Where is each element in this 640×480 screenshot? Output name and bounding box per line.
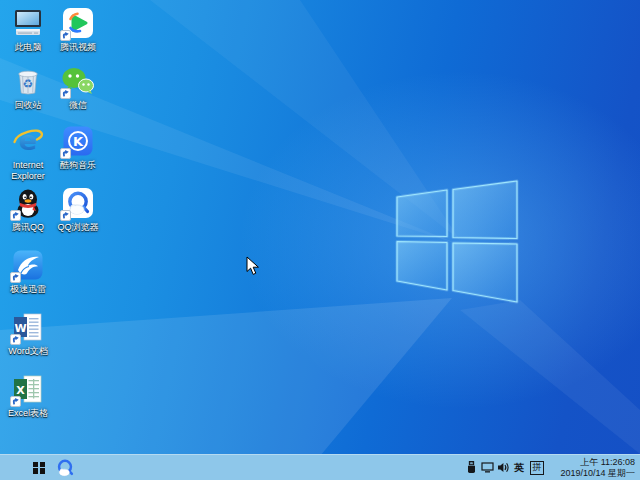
language-indicator[interactable]: 英 <box>511 461 527 475</box>
desktop-icon-label: Internet Explorer <box>0 160 56 182</box>
mouse-cursor <box>246 256 260 276</box>
thunder-icon <box>11 248 45 282</box>
shortcut-arrow-icon <box>10 334 21 345</box>
desktop-icon-label: 此电脑 <box>15 42 42 53</box>
clock-date: 2019/10/14 星期一 <box>548 468 635 479</box>
desktop-icon-label: 腾讯视频 <box>60 42 96 53</box>
recycle-bin-icon: ♻ <box>11 64 45 98</box>
desktop-icon-label: QQ浏览器 <box>57 222 98 233</box>
internet-explorer-icon: e <box>11 124 45 158</box>
svg-text:X: X <box>16 384 25 397</box>
shortcut-arrow-icon <box>60 88 71 99</box>
shortcut-arrow-icon <box>60 30 71 41</box>
desktop-icon-label: 极速迅雷 <box>10 284 46 295</box>
windows-logo-wallpaper <box>390 175 525 310</box>
start-button[interactable] <box>27 455 51 480</box>
svg-text:♻: ♻ <box>23 77 34 91</box>
desktop-icon-recycle-bin[interactable]: ♻ 回收站 <box>0 64 56 111</box>
desktop-icon-label: 腾讯QQ <box>12 222 44 233</box>
svg-text:K: K <box>73 134 84 149</box>
shortcut-arrow-icon <box>10 210 21 221</box>
shortcut-arrow-icon <box>60 148 71 159</box>
desktop-icon-internet-explorer[interactable]: e Internet Explorer <box>0 124 56 182</box>
taskbar: 英 拼 上午 11:26:08 2019/10/14 星期一 <box>0 454 640 480</box>
ime-mode-indicator[interactable]: 拼 <box>530 461 544 475</box>
shortcut-arrow-icon <box>10 272 21 283</box>
taskbar-qq-browser-button[interactable] <box>51 455 79 480</box>
desktop-icon-label: 微信 <box>69 100 87 111</box>
shortcut-arrow-icon <box>60 210 71 221</box>
volume-icon[interactable] <box>495 455 511 480</box>
desktop-icon-label: 酷狗音乐 <box>60 160 96 171</box>
desktop-icon-wechat[interactable]: 微信 <box>50 64 106 111</box>
taskbar-clock[interactable]: 上午 11:26:08 2019/10/14 星期一 <box>548 457 640 478</box>
desktop-icon-tencent-qq[interactable]: 腾讯QQ <box>0 186 56 233</box>
tencent-qq-icon <box>11 186 45 220</box>
kugou-music-icon: K <box>61 124 95 158</box>
shortcut-arrow-icon <box>10 396 21 407</box>
desktop-icon-label: 回收站 <box>15 100 42 111</box>
windows-start-icon <box>33 462 45 474</box>
usb-icon[interactable] <box>463 455 479 480</box>
desktop-icon-word[interactable]: W Word文档 <box>0 310 56 357</box>
desktop-icon-label: Word文档 <box>8 346 47 357</box>
tencent-video-icon <box>61 6 95 40</box>
qq-browser-icon <box>55 458 75 478</box>
system-tray: 英 拼 上午 11:26:08 2019/10/14 星期一 <box>463 455 640 480</box>
desktop-icon-kugou-music[interactable]: K 酷狗音乐 <box>50 124 106 171</box>
desktop-icon-tencent-video[interactable]: 腾讯视频 <box>50 6 106 53</box>
desktop-icon-thunder[interactable]: 极速迅雷 <box>0 248 56 295</box>
svg-text:W: W <box>14 322 26 335</box>
clock-time: 上午 11:26:08 <box>548 457 635 468</box>
network-icon[interactable] <box>479 455 495 480</box>
qq-browser-icon <box>61 186 95 220</box>
wechat-icon <box>61 64 95 98</box>
desktop-icon-label: Excel表格 <box>8 408 48 419</box>
desktop-icon-qq-browser[interactable]: QQ浏览器 <box>50 186 106 233</box>
word-icon: W <box>11 310 45 344</box>
this-pc-icon <box>11 6 45 40</box>
desktop-icon-excel[interactable]: X Excel表格 <box>0 372 56 419</box>
desktop-icon-this-pc[interactable]: 此电脑 <box>0 6 56 53</box>
desktop[interactable]: 此电脑 腾讯视频 ♻ 回收站 <box>0 0 640 480</box>
excel-icon: X <box>11 372 45 406</box>
